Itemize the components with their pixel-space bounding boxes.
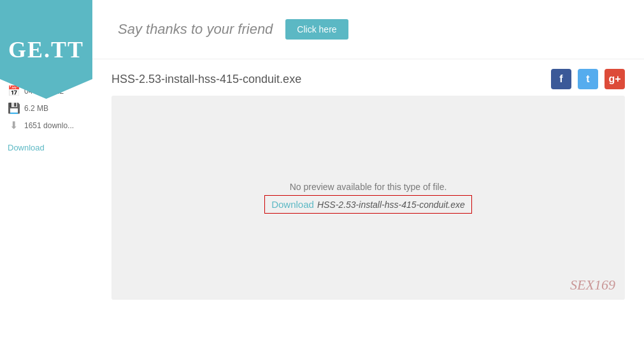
calendar-icon: 📅 xyxy=(8,85,19,97)
preview-download-link[interactable]: Download xyxy=(271,199,314,210)
preview-message: No preview available for this type of fi… xyxy=(290,182,447,192)
header: Say thanks to your friend Click here xyxy=(92,0,644,59)
file-header: HSS-2.53-install-hss-415-conduit.exe f t… xyxy=(111,69,625,89)
preview-area: No preview available for this type of fi… xyxy=(111,96,625,300)
click-here-button[interactable]: Click here xyxy=(285,19,348,40)
twitter-icon[interactable]: t xyxy=(578,69,598,89)
sidebar-download-link[interactable]: Download xyxy=(8,143,45,152)
sidebar-downloads-value: 1651 downlo... xyxy=(24,121,74,130)
sidebar-downloads-item: ⬇ 1651 downlo... xyxy=(8,119,85,131)
header-tagline: Say thanks to your friend xyxy=(118,21,273,38)
watermark: SEX169 xyxy=(570,277,615,293)
logo-text: GE.TT xyxy=(8,36,84,63)
sidebar-size-value: 6.2 MB xyxy=(24,104,48,113)
download-row: Download HSS-2.53-install-hss-415-condui… xyxy=(264,195,472,214)
disk-icon: 💾 xyxy=(8,102,19,114)
google-plus-icon[interactable]: g+ xyxy=(605,69,625,89)
logo: GE.TT xyxy=(0,0,92,99)
main-layout: This file: 📅 04 Jul 2012 💾 6.2 MB ⬇ 1651… xyxy=(0,59,644,314)
sidebar-size-item: 💾 6.2 MB xyxy=(8,102,85,114)
social-icons: f t g+ xyxy=(551,69,625,89)
file-name: HSS-2.53-install-hss-415-conduit.exe xyxy=(111,73,301,86)
preview-file-name: HSS-2.53-install-hss-415-conduit.exe xyxy=(317,200,465,210)
content-area: HSS-2.53-install-hss-415-conduit.exe f t… xyxy=(92,59,644,314)
download-count-icon: ⬇ xyxy=(8,119,19,131)
facebook-icon[interactable]: f xyxy=(551,69,571,89)
